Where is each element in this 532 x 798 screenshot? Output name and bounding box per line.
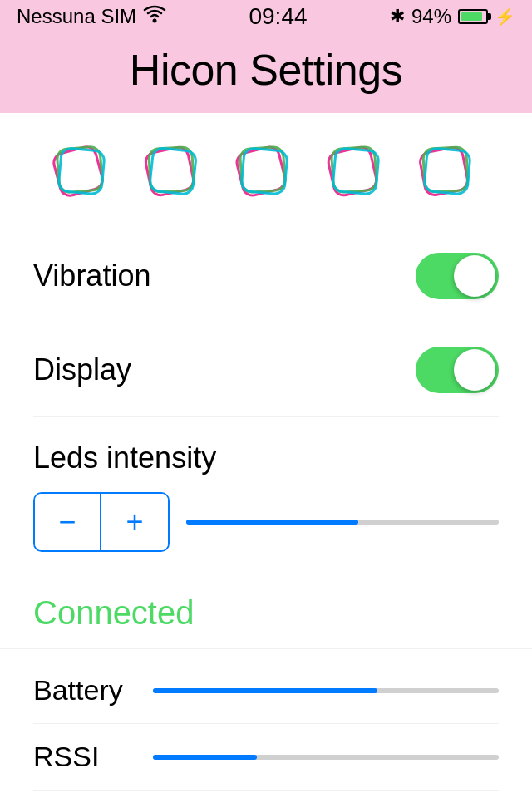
leds-section: Leds intensity − + [0, 417, 532, 569]
bluetooth-icon: ✱ [390, 6, 405, 27]
display-toggle-knob [454, 349, 495, 391]
battery-percent: 94% [411, 5, 451, 28]
leds-decrement-button[interactable]: − [35, 494, 101, 550]
leds-stepper: − + [33, 492, 170, 552]
leds-label: Leds intensity [33, 441, 499, 475]
rssi-bar-track [153, 755, 499, 760]
vibration-row: Vibration [33, 229, 499, 323]
battery-label: Battery [33, 674, 133, 707]
hicon-3[interactable] [233, 138, 299, 204]
svg-point-0 [153, 19, 157, 23]
rssi-label: RSSI [33, 741, 133, 773]
battery-fill [461, 12, 482, 21]
page-dots [0, 791, 532, 798]
vibration-toggle-knob [454, 255, 495, 297]
charging-icon: ⚡ [495, 7, 515, 27]
page-title: Hicon Settings [0, 45, 532, 95]
display-row: Display [33, 323, 499, 417]
battery-row: Battery [33, 658, 499, 724]
carrier-label: Nessuna SIM [17, 5, 136, 28]
status-right: ✱ 94% ⚡ [390, 5, 515, 28]
connected-section: Connected [0, 569, 532, 649]
status-left: Nessuna SIM [17, 5, 166, 28]
leds-increment-button[interactable]: + [101, 494, 168, 550]
clock: 09:44 [249, 3, 307, 30]
hicon-5[interactable] [416, 138, 482, 204]
wifi-icon [143, 5, 166, 28]
connection-status: Connected [33, 594, 194, 631]
metrics-section: Battery RSSI [0, 649, 532, 791]
battery-bar-track [153, 688, 499, 693]
battery-bar-fill [153, 688, 377, 693]
vibration-toggle[interactable] [416, 253, 499, 299]
hicon-2[interactable] [141, 138, 208, 204]
rssi-bar-fill [153, 755, 257, 760]
status-bar: Nessuna SIM 09:44 ✱ 94% ⚡ [0, 0, 532, 33]
leds-controls: − + [33, 492, 499, 552]
icon-row [0, 113, 532, 229]
hicon-4[interactable] [324, 138, 391, 204]
leds-slider-fill [186, 520, 358, 525]
rssi-row: RSSI [33, 724, 499, 791]
settings-section: Vibration Display [0, 229, 532, 417]
header: Hicon Settings [0, 33, 532, 113]
hicon-1[interactable] [50, 138, 116, 204]
display-toggle[interactable] [416, 347, 499, 393]
vibration-label: Vibration [33, 259, 150, 293]
leds-slider-track[interactable] [186, 520, 499, 525]
display-label: Display [33, 352, 131, 387]
battery-icon [458, 9, 488, 24]
